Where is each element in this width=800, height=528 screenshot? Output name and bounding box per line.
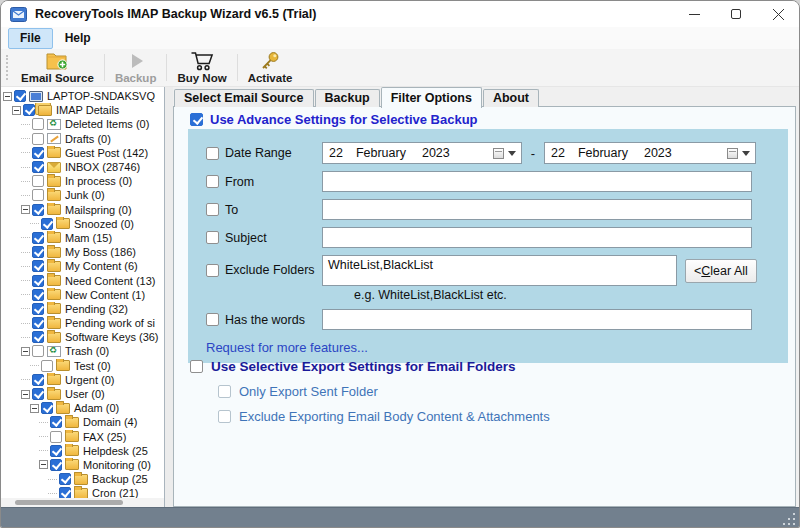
chevron-down-icon[interactable] [508, 151, 516, 156]
collapse-expander-icon[interactable] [21, 205, 30, 214]
tree-checkbox[interactable] [32, 118, 44, 130]
tree-item-inbox-28746[interactable]: INBOX (28746) [1, 160, 164, 174]
tree-checkbox[interactable] [50, 459, 62, 471]
tree-checkbox[interactable] [32, 275, 44, 287]
tree-item-helpdesk-25[interactable]: Helpdesk (25 [1, 444, 164, 458]
has-words-input[interactable] [322, 309, 752, 330]
tree-item-drafts-0[interactable]: Drafts (0) [1, 132, 164, 146]
tree-checkbox[interactable] [50, 416, 62, 428]
tree-item-guest-post-142[interactable]: Guest Post (142) [1, 146, 164, 160]
date-to-picker[interactable]: 22 February 2023 [544, 142, 756, 164]
tree-item-software-keys-36[interactable]: Software Keys (36) [1, 330, 164, 344]
tree-item-test-0[interactable]: Test (0) [1, 359, 164, 373]
tree-checkbox[interactable] [23, 104, 35, 116]
tree-checkbox[interactable] [14, 90, 26, 102]
toolbar-button-buy-now[interactable]: Buy Now [169, 49, 234, 86]
collapse-expander-icon[interactable] [3, 92, 12, 101]
tree-checkbox[interactable] [32, 289, 44, 301]
tree-checkbox[interactable] [59, 473, 71, 485]
tree-checkbox[interactable] [32, 388, 44, 400]
tree-item-domain-4[interactable]: Domain (4) [1, 415, 164, 429]
tree-checkbox[interactable] [32, 331, 44, 343]
tree-item-pending-work-of-si[interactable]: Pending work of si [1, 316, 164, 330]
tree-item-adam-0[interactable]: Adam (0) [1, 401, 164, 415]
tab-select-email-source[interactable]: Select Email Source [174, 89, 314, 107]
tree-checkbox[interactable] [32, 374, 44, 386]
tree-item-need-content-13[interactable]: Need Content (13) [1, 273, 164, 287]
tree-checkbox[interactable] [32, 232, 44, 244]
date-from-picker[interactable]: 22 February 2023 [322, 142, 522, 164]
to-input[interactable] [322, 199, 752, 220]
tree-checkbox[interactable] [50, 445, 62, 457]
tree-checkbox[interactable] [50, 431, 62, 443]
tab-about[interactable]: About [483, 89, 539, 107]
tree-checkbox[interactable] [32, 246, 44, 258]
export-option-checkbox[interactable] [218, 410, 231, 423]
tree-checkbox[interactable] [41, 360, 53, 372]
tree-item-in-process-0[interactable]: In process (0) [1, 174, 164, 188]
tree-item-trash-0[interactable]: Trash (0) [1, 344, 164, 358]
tree-item-urgent-0[interactable]: Urgent (0) [1, 373, 164, 387]
tree-checkbox[interactable] [41, 218, 53, 230]
from-input[interactable] [322, 171, 752, 192]
close-button[interactable] [757, 1, 799, 27]
tree-item-backup-25[interactable]: Backup (25 [1, 472, 164, 486]
tree-item-fax-25[interactable]: FAX (25) [1, 430, 164, 444]
request-features-link[interactable]: Request for more features... [206, 340, 368, 355]
tree-checkbox[interactable] [32, 204, 44, 216]
has-words-checkbox[interactable] [206, 313, 219, 326]
resize-grip[interactable] [793, 523, 795, 525]
tree-item-user-0[interactable]: User (0) [1, 387, 164, 401]
clear-all-button[interactable]: <Clear All [685, 259, 757, 283]
toolbar-button-email-source[interactable]: Email Source [13, 49, 102, 86]
export-option-checkbox[interactable] [218, 385, 231, 398]
tree-checkbox[interactable] [32, 303, 44, 315]
tree-item-mam-15[interactable]: Mam (15) [1, 231, 164, 245]
tree-checkbox[interactable] [32, 175, 44, 187]
tree-horizontal-scrollbar[interactable] [1, 498, 164, 507]
tree-item-junk-0[interactable]: Junk (0) [1, 188, 164, 202]
collapse-expander-icon[interactable] [21, 390, 30, 399]
tree-checkbox[interactable] [32, 260, 44, 272]
tree-item-my-boss-186[interactable]: My Boss (186) [1, 245, 164, 259]
tree-item-mailspring-0[interactable]: Mailspring (0) [1, 203, 164, 217]
tree-item-deleted-items-0[interactable]: Deleted Items (0) [1, 117, 164, 131]
tab-backup[interactable]: Backup [315, 89, 380, 107]
tree-item-monitoring-0[interactable]: Monitoring (0) [1, 458, 164, 472]
to-checkbox[interactable] [206, 203, 219, 216]
date-range-checkbox[interactable] [206, 147, 219, 160]
advance-settings-checkbox[interactable] [190, 113, 203, 126]
tree-item-snoozed-0[interactable]: Snoozed (0) [1, 217, 164, 231]
tree-scrollbar-thumb[interactable] [15, 500, 123, 505]
tree-checkbox[interactable] [32, 317, 44, 329]
subject-checkbox[interactable] [206, 231, 219, 244]
tab-filter-options[interactable]: Filter Options [381, 87, 482, 108]
tree-checkbox[interactable] [32, 147, 44, 159]
tree-checkbox[interactable] [32, 161, 44, 173]
minimize-button[interactable] [673, 1, 715, 27]
exclude-folders-input[interactable]: WhiteList,BlackList [322, 255, 677, 286]
chevron-down-icon[interactable] [742, 151, 750, 156]
maximize-button[interactable] [715, 1, 757, 27]
tree-item-laptop-sndaksvq[interactable]: LAPTOP-SNDAKSVQ [1, 89, 164, 103]
tree-checkbox[interactable] [32, 189, 44, 201]
collapse-expander-icon[interactable] [21, 347, 30, 356]
panel-splitter[interactable] [165, 87, 173, 507]
tree-item-pending-32[interactable]: Pending (32) [1, 302, 164, 316]
collapse-expander-icon[interactable] [12, 106, 21, 115]
export-settings-checkbox[interactable] [190, 360, 203, 373]
exclude-folders-checkbox[interactable] [206, 264, 219, 277]
tree-checkbox[interactable] [41, 402, 53, 414]
tree-item-new-content-1[interactable]: New Content (1) [1, 288, 164, 302]
tree-item-imap-details[interactable]: IMAP Details [1, 103, 164, 117]
tree-checkbox[interactable] [32, 345, 44, 357]
toolbar-button-activate[interactable]: Activate [240, 49, 301, 86]
tree-item-my-content-6[interactable]: My Content (6) [1, 259, 164, 273]
collapse-expander-icon[interactable] [30, 404, 39, 413]
menu-item-help[interactable]: Help [53, 28, 103, 49]
tree-checkbox[interactable] [32, 133, 44, 145]
subject-input[interactable] [322, 227, 752, 248]
collapse-expander-icon[interactable] [39, 460, 48, 469]
from-checkbox[interactable] [206, 175, 219, 188]
menu-item-file[interactable]: File [8, 28, 53, 49]
